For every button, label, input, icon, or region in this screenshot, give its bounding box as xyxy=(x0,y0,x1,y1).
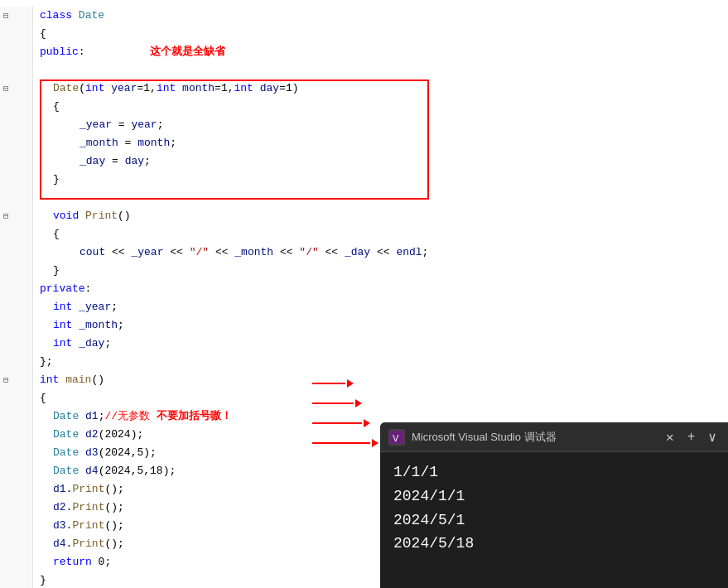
gutter-6 xyxy=(0,98,33,116)
line-content-18: int _month; xyxy=(33,316,728,335)
collapse-12[interactable]: ⊟ xyxy=(3,211,8,221)
code-line-3: public: 这个就是全缺省 xyxy=(0,43,728,61)
expand-button[interactable]: ∨ xyxy=(705,429,720,446)
line-content-9: _day = day; xyxy=(33,152,728,171)
gutter-31 xyxy=(0,553,33,571)
gutter-7 xyxy=(0,116,33,134)
line-content-15: } xyxy=(33,262,728,280)
gutter-14 xyxy=(0,243,33,262)
line-content-4 xyxy=(33,61,728,80)
code-line-6: { xyxy=(0,98,728,116)
gutter-10 xyxy=(0,171,33,189)
vs-icon: V xyxy=(388,429,405,446)
output-content: 1/1/1 2024/1/1 2024/5/1 2024/5/18 xyxy=(380,452,728,588)
gutter-28 xyxy=(0,499,33,517)
code-line-12: ⊟ void Print() xyxy=(0,207,728,225)
line-content-16: private: xyxy=(33,280,728,298)
gutter-8 xyxy=(0,134,33,152)
gutter-12: ⊟ xyxy=(0,207,33,225)
output-controls: ✕ + ∨ xyxy=(663,429,720,446)
code-line-11 xyxy=(0,189,728,207)
gutter-29 xyxy=(0,517,33,535)
gutter-21: ⊟ xyxy=(0,371,33,389)
output-line-2: 2024/1/1 xyxy=(393,484,715,508)
line-content-11 xyxy=(33,189,728,207)
collapse-5[interactable]: ⊟ xyxy=(3,84,8,94)
line-content-22: { xyxy=(33,389,728,407)
gutter-13 xyxy=(0,225,33,243)
line-content-6: { xyxy=(33,98,728,116)
line-content-5: Date(int year=1,int month=1,int day=1) xyxy=(33,80,728,98)
code-editor: ⊟ class Date { public: 这个就是全缺省 ⊟ Date(in… xyxy=(0,0,728,588)
close-button[interactable]: ✕ xyxy=(663,429,677,446)
line-content-10: } xyxy=(33,171,728,189)
add-button[interactable]: + xyxy=(684,430,699,445)
collapse-21[interactable]: ⊟ xyxy=(3,375,8,385)
gutter-32 xyxy=(0,571,33,588)
line-content-3: public: 这个就是全缺省 xyxy=(33,43,728,61)
line-content-13: { xyxy=(33,225,728,243)
line-content-8: _month = month; xyxy=(33,134,728,152)
code-line-14: cout << _year << "/" << _month << "/" <<… xyxy=(0,243,728,262)
gutter-2 xyxy=(0,25,33,43)
code-line-1: ⊟ class Date xyxy=(0,7,728,25)
annotation-full-default: 这个就是全缺省 xyxy=(150,46,225,58)
line-content-7: _year = year; xyxy=(33,116,728,134)
gutter-5: ⊟ xyxy=(0,80,33,98)
line-content-1: class Date xyxy=(33,7,728,25)
gutter-3 xyxy=(0,43,33,61)
gutter-16 xyxy=(0,280,33,298)
collapse-1[interactable]: ⊟ xyxy=(3,11,8,21)
output-window: V Microsoft Visual Studio 调试器 ✕ + ∨ 1/1/… xyxy=(380,422,728,588)
code-line-4 xyxy=(0,61,728,80)
line-content-14: cout << _year << "/" << _month << "/" <<… xyxy=(33,243,728,262)
code-line-5: ⊟ Date(int year=1,int month=1,int day=1) xyxy=(0,80,728,98)
gutter-18 xyxy=(0,316,33,335)
gutter-26 xyxy=(0,462,33,480)
code-line-20: }; xyxy=(0,353,728,371)
line-content-17: int _year; xyxy=(33,298,728,316)
gutter-9 xyxy=(0,152,33,171)
code-line-15: } xyxy=(0,262,728,280)
code-line-22: { xyxy=(0,389,728,407)
code-line-16: private: xyxy=(0,280,728,298)
code-line-8: _month = month; xyxy=(0,134,728,152)
code-line-13: { xyxy=(0,225,728,243)
gutter-19 xyxy=(0,335,33,353)
line-content-2: { xyxy=(33,25,728,43)
line-content-12: void Print() xyxy=(33,207,728,225)
svg-text:V: V xyxy=(393,433,399,443)
output-line-4: 2024/5/18 xyxy=(393,532,715,556)
code-line-7: _year = year; xyxy=(0,116,728,134)
gutter-1: ⊟ xyxy=(0,7,33,25)
gutter-23 xyxy=(0,407,33,426)
output-title: Microsoft Visual Studio 调试器 xyxy=(412,430,656,445)
gutter-24 xyxy=(0,426,33,444)
gutter-20 xyxy=(0,353,33,371)
code-line-17: int _year; xyxy=(0,298,728,316)
line-content-21: int main() xyxy=(33,371,728,389)
gutter-17 xyxy=(0,298,33,316)
gutter-4 xyxy=(0,61,33,80)
code-line-18: int _month; xyxy=(0,316,728,335)
code-line-19: int _day; xyxy=(0,335,728,353)
gutter-22 xyxy=(0,389,33,407)
gutter-11 xyxy=(0,189,33,207)
code-line-2: { xyxy=(0,25,728,43)
gutter-15 xyxy=(0,262,33,280)
output-line-3: 2024/5/1 xyxy=(393,508,715,533)
gutter-27 xyxy=(0,480,33,499)
code-line-21: ⊟ int main() xyxy=(0,371,728,389)
code-line-9: _day = day; xyxy=(0,152,728,171)
code-line-10: } xyxy=(0,171,728,189)
gutter-30 xyxy=(0,535,33,553)
line-content-19: int _day; xyxy=(33,335,728,353)
output-line-1: 1/1/1 xyxy=(393,460,715,484)
line-content-20: }; xyxy=(33,353,728,371)
output-titlebar: V Microsoft Visual Studio 调试器 ✕ + ∨ xyxy=(380,422,728,452)
gutter-25 xyxy=(0,444,33,462)
